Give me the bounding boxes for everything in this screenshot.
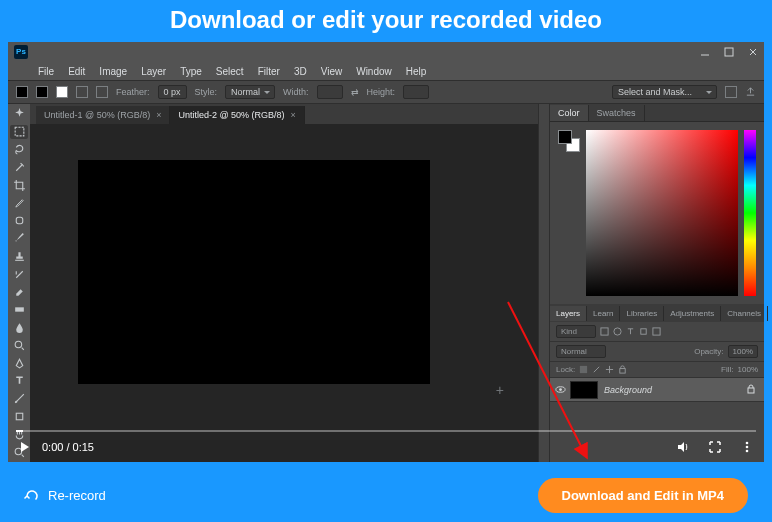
feather-label: Feather:: [116, 87, 150, 97]
wand-tool-icon: [10, 160, 28, 174]
layer-name: Background: [604, 385, 652, 395]
lock-pos-icon: [605, 365, 614, 374]
opacity-label: Opacity:: [694, 347, 723, 356]
svg-point-19: [746, 446, 749, 449]
width-value: [317, 85, 343, 99]
menu-window: Window: [356, 66, 392, 77]
lasso-tool-icon: [10, 143, 28, 157]
window-minimize-icon: [700, 47, 710, 57]
video-controls: 0:00 / 0:15: [8, 432, 764, 462]
ps-menubar: File Edit Image Layer Type Select Filter…: [8, 62, 764, 80]
svg-rect-14: [620, 369, 625, 374]
layer-background: Background: [550, 378, 764, 402]
tab-layers: Layers: [550, 306, 587, 321]
opt-sq3: [76, 86, 88, 98]
gradient-tool-icon: [10, 303, 28, 317]
type-tool-icon: [10, 374, 28, 388]
blur-tool-icon: [10, 321, 28, 335]
close-icon: ×: [156, 110, 161, 120]
rerecord-label: Re-record: [48, 488, 106, 503]
play-icon[interactable]: [18, 440, 32, 454]
eyedropper-tool-icon: [10, 196, 28, 210]
tab-untitled-1: Untitled-1 @ 50% (RGB/8)×: [36, 106, 170, 124]
move-tool-icon: [10, 107, 28, 121]
right-panels: Color Swatches Layers Learn Libraries Ad…: [550, 104, 764, 462]
svg-point-5: [15, 341, 22, 348]
menu-file: File: [38, 66, 54, 77]
svg-rect-13: [580, 366, 587, 373]
ps-logo-icon: Ps: [14, 45, 28, 59]
page-title: Download or edit your recorded video: [0, 0, 772, 42]
color-picker: [586, 130, 738, 296]
svg-rect-2: [16, 217, 23, 224]
layer-thumbnail: [570, 381, 598, 399]
fill-label: Fill:: [721, 365, 733, 374]
stamp-tool-icon: [10, 249, 28, 263]
brush-tool-icon: [10, 232, 28, 246]
lock-paint-icon: [592, 365, 601, 374]
rerecord-button[interactable]: Re-record: [24, 488, 106, 504]
opt-sq1: [36, 86, 48, 98]
svg-rect-7: [16, 413, 23, 420]
visibility-icon: [550, 384, 570, 395]
lock-label: Lock:: [556, 365, 575, 374]
filter-smart-icon: [652, 327, 661, 336]
filter-adjust-icon: [613, 327, 622, 336]
marquee-tool-icon2: [10, 125, 28, 139]
hue-bar: [744, 130, 756, 296]
menu-3d: 3D: [294, 66, 307, 77]
menu-layer: Layer: [141, 66, 166, 77]
lock-trans-icon: [579, 365, 588, 374]
crop-tool-icon: [10, 178, 28, 192]
recording-preview: Ps File Edit Image Layer Type Select Fil…: [8, 42, 764, 462]
style-dropdown: Normal: [225, 85, 275, 99]
menu-help: Help: [406, 66, 427, 77]
download-edit-button[interactable]: Download and Edit in MP4: [538, 478, 749, 513]
fgbg-swatch: [558, 130, 580, 152]
svg-point-18: [746, 442, 749, 445]
filter-type-icon: [626, 327, 635, 336]
tab-adjustments: Adjustments: [664, 306, 721, 321]
canvas-area: +: [30, 124, 538, 462]
svg-rect-3: [15, 260, 24, 261]
refresh-icon: [24, 488, 40, 504]
svg-point-16: [559, 388, 562, 391]
more-icon[interactable]: [740, 440, 754, 454]
opt-sq2: [56, 86, 68, 98]
window-maximize-icon: [724, 47, 734, 57]
width-label: Width:: [283, 87, 309, 97]
history-brush-tool-icon: [10, 267, 28, 281]
svg-rect-17: [748, 388, 754, 393]
menu-filter: Filter: [258, 66, 280, 77]
close-icon: ×: [291, 110, 296, 120]
tab-learn: Learn: [587, 306, 620, 321]
opt-sq4: [96, 86, 108, 98]
volume-icon[interactable]: [676, 440, 690, 454]
menu-type: Type: [180, 66, 202, 77]
tab-channels: Channels: [721, 306, 768, 321]
style-label: Style:: [195, 87, 218, 97]
ps-options-bar: Feather: 0 px Style: Normal Width: ⇄ Hei…: [8, 80, 764, 104]
menu-edit: Edit: [68, 66, 85, 77]
svg-rect-4: [15, 307, 24, 311]
svg-point-20: [746, 450, 749, 453]
healing-tool-icon: [10, 214, 28, 228]
svg-point-10: [614, 328, 621, 335]
menu-image: Image: [99, 66, 127, 77]
ps-tools-column: [8, 104, 30, 462]
feather-value: 0 px: [158, 85, 187, 99]
document-tabs: Untitled-1 @ 50% (RGB/8)× Untitled-2 @ 5…: [30, 104, 538, 124]
fullscreen-icon[interactable]: [708, 440, 722, 454]
path-tool-icon: [10, 392, 28, 406]
filter-shape-icon: [639, 327, 648, 336]
tab-untitled-2: Untitled-2 @ 50% (RGB/8)×: [170, 106, 304, 124]
video-time: 0:00 / 0:15: [42, 441, 94, 453]
tab-paths: Paths: [768, 306, 772, 321]
layer-filter-kind: Kind: [556, 325, 596, 338]
pen-tool-icon: [10, 356, 28, 370]
canvas: [78, 160, 430, 384]
ps-titlebar: Ps: [8, 42, 764, 62]
blend-mode: Normal: [556, 345, 606, 358]
opt-end1: [725, 86, 737, 98]
filter-image-icon: [600, 327, 609, 336]
